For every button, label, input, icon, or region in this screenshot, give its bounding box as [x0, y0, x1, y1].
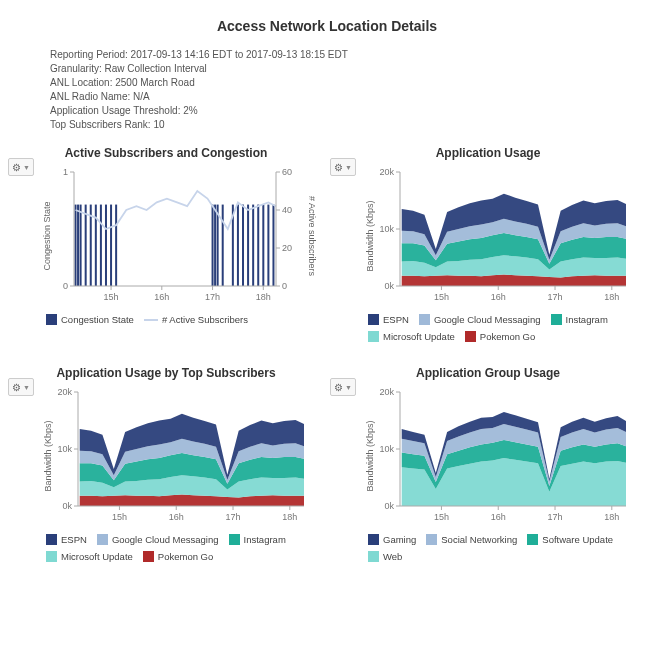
svg-rect-9	[115, 205, 117, 286]
legend-item[interactable]: ESPN	[46, 534, 87, 545]
svg-text:20k: 20k	[379, 167, 394, 177]
legend-item[interactable]: Software Update	[527, 534, 613, 545]
legend-item[interactable]: Google Cloud Messaging	[419, 314, 541, 325]
legend-swatch	[46, 551, 57, 562]
legend-item[interactable]: Congestion State	[46, 314, 134, 325]
svg-text:15h: 15h	[434, 512, 449, 522]
legend-label: Web	[383, 551, 402, 562]
legend-label: Gaming	[383, 534, 416, 545]
legend: ESPNGoogle Cloud MessagingInstagramMicro…	[368, 314, 644, 342]
svg-rect-2	[80, 205, 82, 286]
chart-svg: 15h16h17h18h0k10k20k	[372, 166, 632, 306]
legend-label: ESPN	[61, 534, 87, 545]
svg-text:16h: 16h	[154, 292, 169, 302]
legend-label: Microsoft Update	[383, 331, 455, 342]
panel-settings-button[interactable]: ⚙▼	[330, 378, 356, 396]
legend-item[interactable]: Web	[368, 551, 402, 562]
svg-text:20k: 20k	[57, 387, 72, 397]
legend-item[interactable]: Google Cloud Messaging	[97, 534, 219, 545]
svg-text:10k: 10k	[57, 444, 72, 454]
svg-rect-7	[105, 205, 107, 286]
svg-rect-8	[110, 205, 112, 286]
legend-swatch	[46, 314, 57, 325]
panel-settings-button[interactable]: ⚙▼	[330, 158, 356, 176]
legend-label: ESPN	[383, 314, 409, 325]
legend-label: Pokemon Go	[480, 331, 535, 342]
y-axis-label-right: # Active subscribers	[307, 196, 317, 276]
legend-item[interactable]: ESPN	[368, 314, 409, 325]
legend-swatch	[419, 314, 430, 325]
gear-icon: ⚙	[12, 382, 21, 393]
legend-swatch	[465, 331, 476, 342]
svg-text:0: 0	[282, 281, 287, 291]
legend-item[interactable]: Instagram	[229, 534, 286, 545]
legend: Congestion State# Active Subscribers	[46, 314, 322, 325]
legend: ESPNGoogle Cloud MessagingInstagramMicro…	[46, 534, 322, 562]
meta-line: Top Subscribers Rank: 10	[50, 118, 644, 132]
chevron-down-icon: ▼	[23, 164, 30, 171]
svg-text:18h: 18h	[604, 292, 619, 302]
legend-label: Microsoft Update	[61, 551, 133, 562]
panel-title: Application Group Usage	[332, 366, 644, 380]
svg-text:10k: 10k	[379, 444, 394, 454]
legend-item[interactable]: Microsoft Update	[368, 331, 455, 342]
svg-text:15h: 15h	[104, 292, 119, 302]
meta-line: Application Usage Threshold: 2%	[50, 104, 644, 118]
svg-text:18h: 18h	[282, 512, 297, 522]
legend-item[interactable]: Microsoft Update	[46, 551, 133, 562]
legend-label: Congestion State	[61, 314, 134, 325]
svg-text:16h: 16h	[491, 512, 506, 522]
svg-text:0k: 0k	[384, 281, 394, 291]
panel-application-group-usage: ⚙▼ Application Group Usage Bandwidth (Kb…	[332, 362, 644, 562]
legend-swatch	[426, 534, 437, 545]
legend-item[interactable]: Social Networking	[426, 534, 517, 545]
svg-text:20: 20	[282, 243, 292, 253]
svg-rect-0	[75, 205, 77, 286]
svg-rect-3	[85, 205, 87, 286]
legend-label: # Active Subscribers	[162, 314, 248, 325]
legend-label: Pokemon Go	[158, 551, 213, 562]
legend-swatch	[368, 314, 379, 325]
page-title: Access Network Location Details	[10, 18, 644, 34]
chart-svg: 15h16h17h18h0k10k20k	[50, 386, 310, 526]
legend-swatch	[368, 331, 379, 342]
svg-text:0k: 0k	[62, 501, 72, 511]
chart-svg: 15h16h17h18h0k10k20k	[372, 386, 632, 526]
svg-text:15h: 15h	[112, 512, 127, 522]
y-axis-label: Bandwidth (Kbps)	[43, 420, 53, 491]
legend-label: Instagram	[566, 314, 608, 325]
legend-item[interactable]: Pokemon Go	[465, 331, 535, 342]
svg-rect-17	[247, 205, 249, 286]
panel-usage-by-top-subscribers: ⚙▼ Application Usage by Top Subscribers …	[10, 362, 322, 562]
legend-swatch	[368, 551, 379, 562]
panel-settings-button[interactable]: ⚙▼	[8, 158, 34, 176]
report-meta: Reporting Period: 2017-09-13 14:16 EDT t…	[50, 48, 644, 132]
svg-text:17h: 17h	[548, 292, 563, 302]
gear-icon: ⚙	[334, 162, 343, 173]
legend-item[interactable]: Instagram	[551, 314, 608, 325]
svg-rect-1	[77, 205, 79, 286]
legend-item[interactable]: Pokemon Go	[143, 551, 213, 562]
panel-settings-button[interactable]: ⚙▼	[8, 378, 34, 396]
svg-rect-19	[257, 205, 259, 286]
svg-rect-12	[217, 205, 219, 286]
svg-rect-15	[237, 205, 239, 286]
y-axis-label: Bandwidth (Kbps)	[365, 200, 375, 271]
svg-rect-10	[212, 205, 214, 286]
svg-text:40: 40	[282, 205, 292, 215]
svg-rect-21	[267, 205, 269, 286]
y-axis-label: Bandwidth (Kbps)	[365, 420, 375, 491]
svg-text:0: 0	[63, 281, 68, 291]
legend-label: Instagram	[244, 534, 286, 545]
chevron-down-icon: ▼	[345, 164, 352, 171]
legend-item[interactable]: # Active Subscribers	[144, 314, 248, 325]
legend-item[interactable]: Gaming	[368, 534, 416, 545]
svg-text:16h: 16h	[169, 512, 184, 522]
svg-text:0k: 0k	[384, 501, 394, 511]
legend-swatch	[368, 534, 379, 545]
legend-swatch	[143, 551, 154, 562]
gear-icon: ⚙	[12, 162, 21, 173]
svg-rect-16	[242, 205, 244, 286]
meta-line: Granularity: Raw Collection Interval	[50, 62, 644, 76]
svg-rect-6	[100, 205, 102, 286]
